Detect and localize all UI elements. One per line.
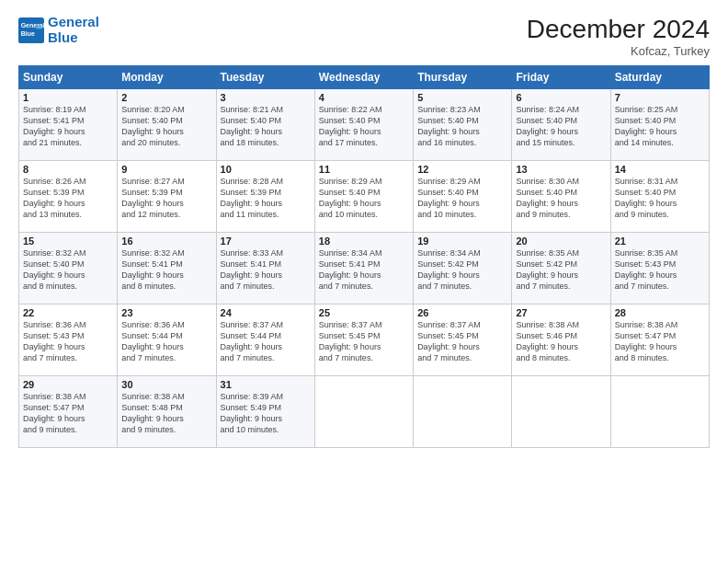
day-cell: [512, 376, 610, 448]
day-cell: 30Sunrise: 8:38 AMSunset: 5:48 PMDayligh…: [118, 376, 216, 448]
day-number: 20: [516, 236, 606, 247]
day-number: 8: [23, 164, 113, 175]
day-info: Sunrise: 8:34 AMSunset: 5:42 PMDaylight:…: [417, 247, 507, 293]
day-info: Sunrise: 8:32 AMSunset: 5:40 PMDaylight:…: [23, 247, 113, 293]
day-cell: 1Sunrise: 8:19 AMSunset: 5:41 PMDaylight…: [19, 89, 118, 161]
calendar-table: SundayMondayTuesdayWednesdayThursdayFrid…: [18, 65, 710, 448]
day-number: 22: [23, 307, 113, 318]
day-info: Sunrise: 8:26 AMSunset: 5:39 PMDaylight:…: [23, 176, 113, 221]
day-info: Sunrise: 8:36 AMSunset: 5:44 PMDaylight:…: [121, 319, 211, 364]
day-number: 23: [121, 307, 211, 318]
day-cell: 13Sunrise: 8:30 AMSunset: 5:40 PMDayligh…: [512, 161, 610, 233]
logo-line1: General: [48, 14, 99, 29]
day-cell: 31Sunrise: 8:39 AMSunset: 5:49 PMDayligh…: [216, 376, 314, 448]
day-info: Sunrise: 8:19 AMSunset: 5:41 PMDaylight:…: [23, 104, 113, 149]
day-number: 29: [23, 379, 113, 390]
svg-text:Blue: Blue: [21, 30, 35, 37]
day-cell: 22Sunrise: 8:36 AMSunset: 5:43 PMDayligh…: [19, 304, 118, 376]
day-number: 10: [221, 164, 311, 175]
day-cell: [610, 376, 709, 448]
day-number: 7: [615, 92, 705, 103]
logo-line2: Blue: [48, 29, 78, 45]
day-number: 5: [417, 92, 507, 103]
day-cell: 23Sunrise: 8:36 AMSunset: 5:44 PMDayligh…: [118, 304, 216, 376]
day-cell: 9Sunrise: 8:27 AMSunset: 5:39 PMDaylight…: [118, 161, 216, 233]
day-info: Sunrise: 8:39 AMSunset: 5:49 PMDaylight:…: [221, 391, 311, 436]
col-header-tuesday: Tuesday: [216, 66, 314, 89]
day-cell: 4Sunrise: 8:22 AMSunset: 5:40 PMDaylight…: [314, 89, 413, 161]
day-info: Sunrise: 8:21 AMSunset: 5:40 PMDaylight:…: [221, 104, 311, 149]
day-info: Sunrise: 8:20 AMSunset: 5:40 PMDaylight:…: [121, 104, 211, 149]
week-row-3: 15Sunrise: 8:32 AMSunset: 5:40 PMDayligh…: [19, 233, 710, 304]
week-row-4: 22Sunrise: 8:36 AMSunset: 5:43 PMDayligh…: [19, 304, 710, 376]
week-row-1: 1Sunrise: 8:19 AMSunset: 5:41 PMDaylight…: [19, 89, 710, 161]
day-info: Sunrise: 8:35 AMSunset: 5:42 PMDaylight:…: [516, 247, 606, 293]
day-number: 2: [121, 92, 211, 103]
day-number: 17: [221, 236, 311, 247]
logo-icon: General Blue: [18, 17, 44, 43]
calendar-page: General Blue General Blue December 2024 …: [0, 0, 728, 563]
header-row: SundayMondayTuesdayWednesdayThursdayFrid…: [19, 66, 710, 89]
day-info: Sunrise: 8:34 AMSunset: 5:41 PMDaylight:…: [319, 247, 409, 293]
day-cell: 8Sunrise: 8:26 AMSunset: 5:39 PMDaylight…: [19, 161, 118, 233]
day-number: 12: [417, 164, 507, 175]
day-cell: 14Sunrise: 8:31 AMSunset: 5:40 PMDayligh…: [610, 161, 709, 233]
day-number: 24: [221, 307, 311, 318]
day-info: Sunrise: 8:35 AMSunset: 5:43 PMDaylight:…: [615, 247, 705, 293]
day-number: 1: [23, 92, 113, 103]
week-row-5: 29Sunrise: 8:38 AMSunset: 5:47 PMDayligh…: [19, 376, 710, 448]
day-cell: 17Sunrise: 8:33 AMSunset: 5:41 PMDayligh…: [216, 233, 314, 304]
day-number: 26: [417, 307, 507, 318]
day-cell: 28Sunrise: 8:38 AMSunset: 5:47 PMDayligh…: [610, 304, 709, 376]
day-cell: 7Sunrise: 8:25 AMSunset: 5:40 PMDaylight…: [610, 89, 709, 161]
day-cell: 5Sunrise: 8:23 AMSunset: 5:40 PMDaylight…: [414, 89, 512, 161]
day-number: 25: [319, 307, 409, 318]
day-cell: 26Sunrise: 8:37 AMSunset: 5:45 PMDayligh…: [414, 304, 512, 376]
day-number: 21: [615, 236, 705, 247]
day-info: Sunrise: 8:29 AMSunset: 5:40 PMDaylight:…: [319, 176, 409, 221]
day-cell: 15Sunrise: 8:32 AMSunset: 5:40 PMDayligh…: [19, 233, 118, 304]
day-number: 19: [417, 236, 507, 247]
day-info: Sunrise: 8:22 AMSunset: 5:40 PMDaylight:…: [319, 104, 409, 149]
day-cell: 6Sunrise: 8:24 AMSunset: 5:40 PMDaylight…: [512, 89, 610, 161]
day-info: Sunrise: 8:24 AMSunset: 5:40 PMDaylight:…: [516, 104, 606, 149]
day-number: 6: [516, 92, 606, 103]
day-cell: 2Sunrise: 8:20 AMSunset: 5:40 PMDaylight…: [118, 89, 216, 161]
day-info: Sunrise: 8:38 AMSunset: 5:48 PMDaylight:…: [121, 391, 211, 436]
day-number: 3: [221, 92, 311, 103]
day-number: 16: [121, 236, 211, 247]
day-cell: 19Sunrise: 8:34 AMSunset: 5:42 PMDayligh…: [414, 233, 512, 304]
day-info: Sunrise: 8:38 AMSunset: 5:46 PMDaylight:…: [516, 319, 606, 364]
day-info: Sunrise: 8:37 AMSunset: 5:45 PMDaylight:…: [319, 319, 409, 364]
day-cell: 29Sunrise: 8:38 AMSunset: 5:47 PMDayligh…: [19, 376, 118, 448]
day-info: Sunrise: 8:27 AMSunset: 5:39 PMDaylight:…: [121, 176, 211, 221]
col-header-thursday: Thursday: [414, 66, 512, 89]
logo: General Blue General Blue: [18, 15, 99, 45]
day-number: 30: [121, 379, 211, 390]
day-number: 13: [516, 164, 606, 175]
col-header-friday: Friday: [512, 66, 610, 89]
day-cell: 10Sunrise: 8:28 AMSunset: 5:39 PMDayligh…: [216, 161, 314, 233]
day-number: 14: [615, 164, 705, 175]
day-number: 4: [319, 92, 409, 103]
day-info: Sunrise: 8:37 AMSunset: 5:45 PMDaylight:…: [417, 319, 507, 364]
day-info: Sunrise: 8:32 AMSunset: 5:41 PMDaylight:…: [121, 247, 211, 293]
day-cell: [314, 376, 413, 448]
day-cell: 24Sunrise: 8:37 AMSunset: 5:44 PMDayligh…: [216, 304, 314, 376]
day-cell: 16Sunrise: 8:32 AMSunset: 5:41 PMDayligh…: [118, 233, 216, 304]
day-cell: 11Sunrise: 8:29 AMSunset: 5:40 PMDayligh…: [314, 161, 413, 233]
day-cell: 20Sunrise: 8:35 AMSunset: 5:42 PMDayligh…: [512, 233, 610, 304]
day-info: Sunrise: 8:28 AMSunset: 5:39 PMDaylight:…: [221, 176, 311, 221]
day-info: Sunrise: 8:25 AMSunset: 5:40 PMDaylight:…: [615, 104, 705, 149]
day-info: Sunrise: 8:30 AMSunset: 5:40 PMDaylight:…: [516, 176, 606, 221]
day-cell: 21Sunrise: 8:35 AMSunset: 5:43 PMDayligh…: [610, 233, 709, 304]
day-info: Sunrise: 8:38 AMSunset: 5:47 PMDaylight:…: [23, 391, 113, 436]
day-cell: [414, 376, 512, 448]
day-info: Sunrise: 8:36 AMSunset: 5:43 PMDaylight:…: [23, 319, 113, 364]
day-info: Sunrise: 8:29 AMSunset: 5:40 PMDaylight:…: [417, 176, 507, 221]
logo-text: General Blue: [48, 15, 99, 45]
day-info: Sunrise: 8:23 AMSunset: 5:40 PMDaylight:…: [417, 104, 507, 149]
col-header-monday: Monday: [118, 66, 216, 89]
week-row-2: 8Sunrise: 8:26 AMSunset: 5:39 PMDaylight…: [19, 161, 710, 233]
col-header-saturday: Saturday: [610, 66, 709, 89]
